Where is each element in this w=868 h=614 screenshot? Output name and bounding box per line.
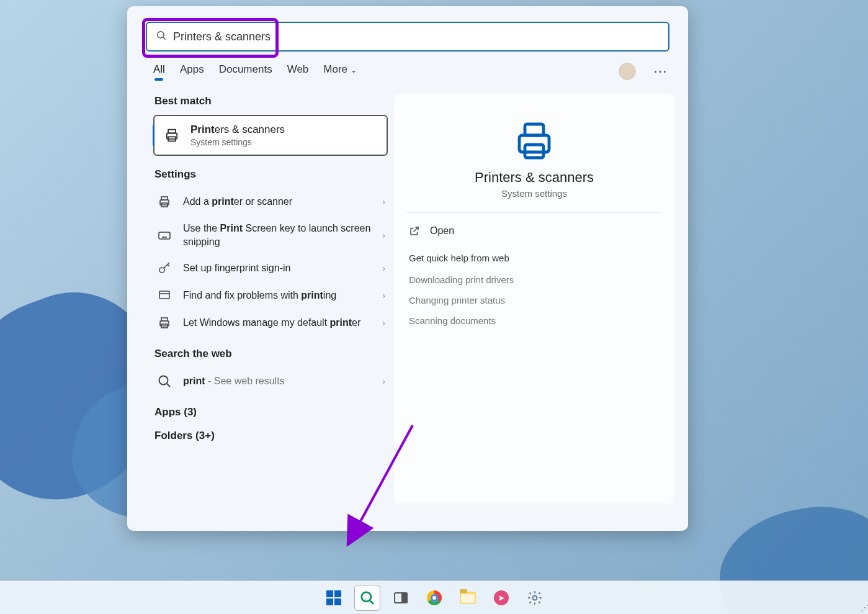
more-options-button[interactable]: ⋯ (651, 63, 669, 79)
search-input[interactable] (173, 30, 645, 43)
settings-row-default-printer[interactable]: Let Windows manage my default printer › (153, 309, 388, 336)
open-external-icon (409, 225, 420, 237)
settings-section-label: Settings (154, 168, 388, 181)
svg-rect-8 (159, 232, 170, 239)
row-text: Find and fix problems with printing (183, 289, 349, 302)
tab-web[interactable]: Web (287, 63, 309, 79)
open-label: Open (430, 225, 454, 237)
row-text: Use the Print Screen key to launch scree… (183, 222, 384, 248)
chevron-right-icon: › (382, 376, 385, 386)
chevron-right-icon: › (382, 197, 385, 207)
key-icon (157, 261, 172, 276)
svg-rect-14 (159, 291, 169, 299)
chevron-right-icon: › (382, 263, 385, 273)
chevron-right-icon: › (382, 291, 385, 300)
start-search-panel: All Apps Documents Web More ⌄ ⋯ Best mat… (127, 6, 688, 531)
settings-row-printscreen[interactable]: Use the Print Screen key to launch scree… (153, 215, 388, 255)
help-link-scanning[interactable]: Scanning documents (394, 310, 674, 331)
search-web-label: Search the web (154, 348, 388, 360)
help-link-drivers[interactable]: Downloading print drivers (394, 269, 674, 290)
search-box-container[interactable] (146, 22, 669, 52)
svg-point-25 (361, 592, 370, 601)
app-icon-pink[interactable]: ➤ (488, 585, 514, 611)
tab-apps[interactable]: Apps (180, 63, 204, 79)
svg-rect-6 (161, 197, 168, 200)
chevron-right-icon: › (382, 318, 385, 328)
printer-icon (512, 119, 557, 158)
tab-more[interactable]: More ⌄ (323, 63, 356, 79)
folders-section-label[interactable]: Folders (3+) (154, 430, 388, 442)
apps-section-label[interactable]: Apps (3) (154, 406, 388, 418)
best-match-label: Best match (154, 95, 388, 107)
taskbar-search-button[interactable] (354, 585, 380, 611)
best-match-title: Printers & scanners (190, 124, 285, 136)
row-text: Add a printer or scanner (183, 195, 305, 209)
preview-subtitle: System settings (501, 188, 567, 199)
svg-rect-22 (525, 124, 544, 135)
svg-point-13 (159, 268, 164, 273)
start-button[interactable] (321, 585, 347, 611)
svg-line-26 (370, 600, 373, 603)
help-section-label: Get quick help from web (394, 249, 674, 269)
file-explorer-icon[interactable] (455, 585, 481, 611)
svg-point-19 (159, 376, 168, 385)
settings-row-fingerprint[interactable]: Set up fingerprint sign-in › (153, 255, 388, 282)
printer-icon (157, 194, 172, 209)
svg-line-20 (167, 384, 170, 387)
best-match-result[interactable]: Printers & scanners System settings (153, 115, 388, 156)
svg-line-1 (163, 37, 166, 40)
filter-tabs: All Apps Documents Web More ⌄ ⋯ (153, 63, 669, 80)
troubleshoot-icon (157, 288, 172, 303)
row-text: Set up fingerprint sign-in (183, 261, 303, 275)
tab-all[interactable]: All (153, 63, 165, 79)
search-icon (156, 30, 167, 43)
row-text: print - See web results (183, 374, 297, 388)
user-avatar[interactable] (619, 63, 636, 80)
svg-point-27 (532, 595, 537, 600)
svg-rect-17 (161, 318, 168, 321)
settings-row-troubleshoot[interactable]: Find and fix problems with printing › (153, 282, 388, 309)
chevron-right-icon: › (382, 230, 385, 240)
help-link-status[interactable]: Changing printer status (394, 290, 674, 310)
printer-icon (157, 315, 172, 330)
task-view-button[interactable] (388, 585, 414, 611)
search-web-row[interactable]: print - See web results › (153, 368, 388, 395)
chrome-icon[interactable] (421, 585, 447, 611)
search-icon (157, 374, 172, 389)
open-action[interactable]: Open (394, 213, 674, 249)
keyboard-icon (157, 228, 172, 243)
preview-title: Printers & scanners (475, 169, 594, 186)
chevron-down-icon: ⌄ (351, 66, 357, 74)
svg-rect-3 (168, 130, 176, 133)
settings-icon[interactable] (522, 585, 548, 611)
row-text: Let Windows manage my default printer (183, 316, 373, 330)
resize-grip: ⋰ (861, 603, 867, 613)
preview-pane: Printers & scanners System settings Open… (394, 94, 674, 503)
tab-documents[interactable]: Documents (219, 63, 272, 79)
svg-point-0 (158, 32, 164, 38)
best-match-subtitle: System settings (190, 137, 285, 147)
taskbar: ➤ (0, 580, 868, 614)
printer-icon (163, 127, 181, 144)
settings-row-add-printer[interactable]: Add a printer or scanner › (153, 188, 388, 215)
